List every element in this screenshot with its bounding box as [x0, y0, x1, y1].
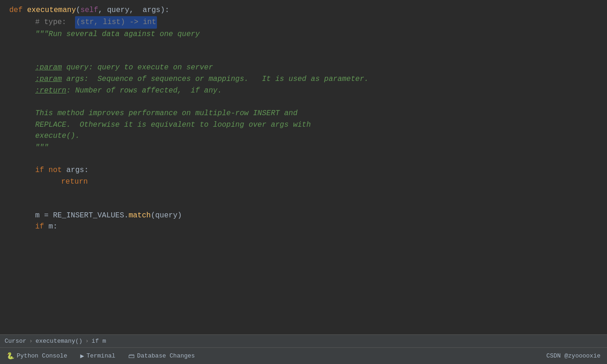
cursor-label: Cursor [5, 338, 26, 345]
code-line-1: def executemany(self, query, args): [0, 5, 607, 16]
python-icon: 🐍 [6, 352, 14, 360]
code-line-doc1: This method improves performance on mult… [26, 108, 607, 119]
code-line-doc2: REPLACE. Otherwise it is equivalent to l… [26, 119, 607, 131]
database-icon: 🗃 [128, 352, 135, 360]
code-line-doc3: execute(). [26, 130, 607, 142]
breadcrumb-sep-2: › [85, 338, 89, 345]
database-changes-tab[interactable]: 🗃 Database Changes [128, 352, 195, 360]
code-line-return-stmt: return [52, 176, 607, 188]
code-line-if-m: if m: [26, 221, 607, 233]
blank-line-4 [0, 154, 607, 165]
statusbar: Cursor › executemany() › if m [0, 334, 607, 347]
code-line-param-query: :param query: query to execute on server [26, 62, 607, 74]
terminal-tab[interactable]: ▶ Terminal [80, 352, 115, 360]
keyword-def: def [9, 5, 27, 16]
toolbar: 🐍 Python Console ▶ Terminal 🗃 Database C… [0, 347, 607, 364]
database-changes-label: Database Changes [137, 352, 195, 359]
breadcrumb: Cursor › executemany() › if m [5, 338, 106, 345]
blank-line-6 [0, 199, 607, 210]
code-line-3: """Run several data against one query [26, 29, 607, 40]
blank-line-1 [0, 40, 607, 51]
code-line-match: m = RE_INSERT_VALUES.match(query) [26, 210, 607, 222]
context-label: if m [92, 338, 106, 345]
python-console-tab[interactable]: 🐍 Python Console [6, 352, 67, 360]
function-label: executemany() [36, 338, 82, 345]
code-line-2: # type: (str, list) -> int [26, 16, 607, 29]
python-console-label: Python Console [17, 352, 67, 359]
blank-line-2 [0, 51, 607, 62]
code-line-param-args: :param args: Sequence of sequences or ma… [26, 74, 607, 85]
csdn-label: CSDN @zyooooxie [546, 352, 601, 359]
terminal-icon: ▶ [80, 352, 84, 360]
blank-line-5 [0, 188, 607, 199]
code-line-return: :return: Number of rows affected, if any… [26, 85, 607, 97]
code-editor: def executemany(self, query, args): # ty… [0, 0, 607, 334]
fn-name: executemany [27, 5, 76, 16]
blank-line-3 [0, 97, 607, 108]
code-line-if-not-args: if not args: [26, 165, 607, 176]
breadcrumb-sep-1: › [29, 338, 33, 345]
terminal-label: Terminal [87, 352, 115, 359]
code-line-doc-end: """ [26, 142, 607, 154]
